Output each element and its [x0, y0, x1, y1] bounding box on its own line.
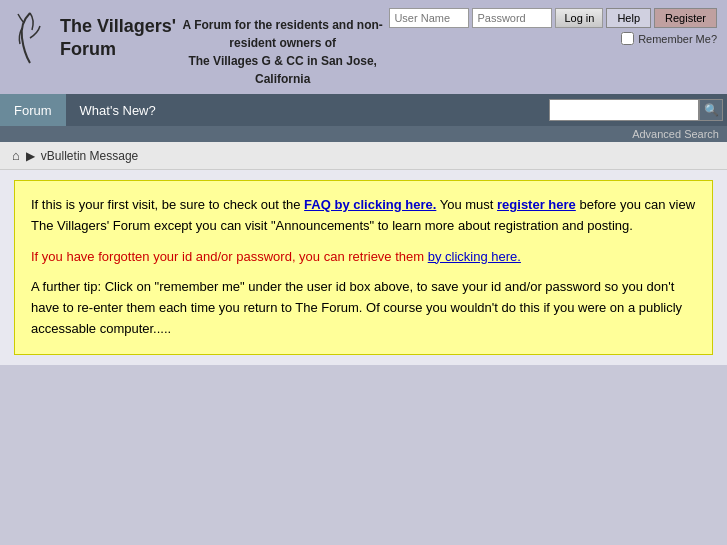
register-button[interactable]: Register [654, 8, 717, 28]
subtitle-line2: The Villages G & CC in San Jose, Califor… [188, 54, 377, 86]
action-buttons: Help Register [606, 8, 717, 28]
forum-title-line2: Forum [60, 39, 116, 59]
faq-link[interactable]: FAQ by clicking here. [304, 197, 436, 212]
para1-prefix: If this is your first visit, be sure to … [31, 197, 304, 212]
message-para2: If you have forgotten your id and/or pas… [31, 247, 696, 268]
help-button[interactable]: Help [606, 8, 651, 28]
forum-title-line1: The Villagers' [60, 16, 176, 36]
advanced-search-link[interactable]: Advanced Search [632, 128, 719, 140]
remember-me-label: Remember Me? [638, 33, 717, 45]
logo-area: The Villagers' Forum [10, 8, 176, 68]
register-link[interactable]: register here [497, 197, 576, 212]
para2-prefix: If you have forgotten your id and/or pas… [31, 249, 428, 264]
main-content: If this is your first visit, be sure to … [0, 170, 727, 365]
nav-whats-new-button[interactable]: What's New? [66, 94, 170, 126]
message-para1: If this is your first visit, be sure to … [31, 195, 696, 237]
nav-forum-button[interactable]: Forum [0, 94, 66, 126]
message-box: If this is your first visit, be sure to … [14, 180, 713, 355]
breadcrumb-page-title: vBulletin Message [41, 149, 138, 163]
nav-bar: Forum What's New? 🔍 [0, 94, 727, 126]
search-input[interactable] [549, 99, 699, 121]
remember-me-row: Remember Me? [621, 32, 717, 45]
top-right-area: Log in Help Register Remember Me? [389, 8, 717, 45]
breadcrumb-separator: ▶ [26, 149, 35, 163]
para1-middle: You must [436, 197, 497, 212]
password-input[interactable] [472, 8, 552, 28]
message-para3: A further tip: Click on "remember me" un… [31, 277, 696, 339]
remember-me-checkbox[interactable] [621, 32, 634, 45]
logo-icon [10, 8, 50, 68]
subtitle-line1: A Forum for the residents and non-reside… [183, 18, 383, 50]
breadcrumb: ⌂ ▶ vBulletin Message [0, 142, 727, 170]
advanced-search-bar: Advanced Search [0, 126, 727, 142]
search-icon: 🔍 [704, 103, 719, 117]
home-icon: ⌂ [12, 148, 20, 163]
login-row: Log in [389, 8, 603, 28]
login-button[interactable]: Log in [555, 8, 603, 28]
top-bar: The Villagers' Forum A Forum for the res… [0, 0, 727, 94]
forum-subtitle: A Forum for the residents and non-reside… [176, 8, 389, 88]
search-button[interactable]: 🔍 [699, 99, 723, 121]
retrieve-link[interactable]: by clicking here. [428, 249, 521, 264]
username-input[interactable] [389, 8, 469, 28]
search-area: 🔍 [549, 99, 727, 121]
forum-title-text: The Villagers' Forum [60, 15, 176, 62]
